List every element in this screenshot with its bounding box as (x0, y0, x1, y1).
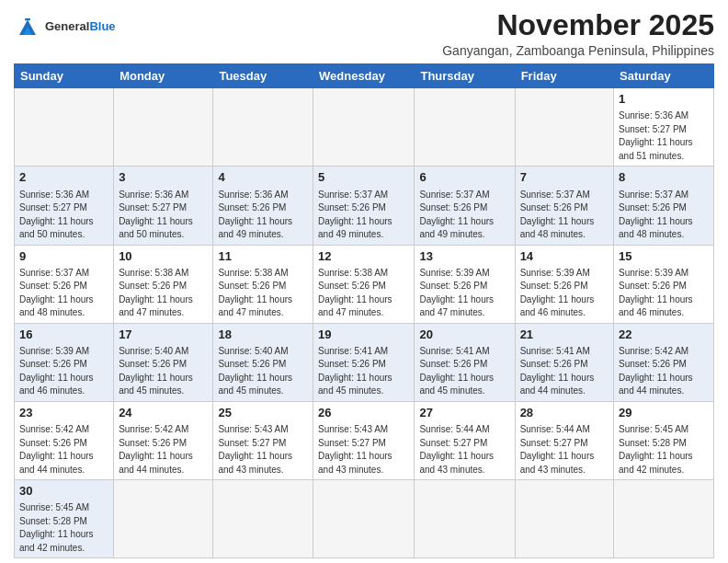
day-number: 18 (218, 327, 308, 343)
calendar-day-cell: 24Sunrise: 5:42 AMSunset: 5:26 PMDayligh… (114, 401, 213, 479)
calendar-day-cell: 22Sunrise: 5:42 AMSunset: 5:26 PMDayligh… (614, 323, 714, 401)
calendar-day-cell (213, 88, 313, 167)
logo-blue: Blue (89, 19, 115, 33)
calendar-day-cell: 26Sunrise: 5:43 AMSunset: 5:27 PMDayligh… (313, 401, 415, 479)
day-number: 1 (619, 91, 709, 108)
calendar-day-cell: 28Sunrise: 5:44 AMSunset: 5:27 PMDayligh… (515, 401, 613, 479)
day-number: 8 (619, 169, 709, 186)
day-number: 19 (318, 327, 409, 343)
day-info: Sunrise: 5:37 AMSunset: 5:26 PMDaylight:… (419, 189, 509, 242)
day-info: Sunrise: 5:38 AMSunset: 5:26 PMDaylight:… (318, 267, 409, 320)
day-number: 29 (619, 405, 709, 421)
calendar-day-cell: 5Sunrise: 5:37 AMSunset: 5:26 PMDaylight… (313, 167, 415, 245)
calendar-day-cell (614, 480, 714, 558)
day-number: 12 (318, 248, 409, 265)
calendar-day-cell: 7Sunrise: 5:37 AMSunset: 5:26 PMDaylight… (515, 167, 613, 245)
calendar-day-cell (415, 88, 515, 167)
calendar-day-cell: 8Sunrise: 5:37 AMSunset: 5:26 PMDaylight… (614, 167, 714, 245)
header: GeneralBlue November 2025 Ganyangan, Zam… (14, 9, 714, 58)
calendar-day-cell: 1Sunrise: 5:36 AMSunset: 5:27 PMDaylight… (614, 88, 714, 167)
calendar-day-cell: 11Sunrise: 5:38 AMSunset: 5:26 PMDayligh… (213, 245, 313, 323)
day-number: 28 (520, 405, 609, 421)
calendar-day-cell (515, 480, 613, 558)
day-info: Sunrise: 5:44 AMSunset: 5:27 PMDaylight:… (419, 423, 509, 477)
calendar-day-cell (515, 88, 613, 167)
calendar-day-cell: 21Sunrise: 5:41 AMSunset: 5:26 PMDayligh… (515, 323, 613, 401)
day-number: 27 (419, 405, 509, 421)
day-info: Sunrise: 5:37 AMSunset: 5:26 PMDaylight:… (619, 189, 709, 242)
calendar-day-cell: 10Sunrise: 5:38 AMSunset: 5:26 PMDayligh… (114, 245, 213, 323)
day-number: 14 (520, 248, 609, 265)
calendar-week-row: 9Sunrise: 5:37 AMSunset: 5:26 PMDaylight… (15, 245, 714, 323)
day-info: Sunrise: 5:41 AMSunset: 5:26 PMDaylight:… (318, 345, 409, 398)
calendar-day-cell: 6Sunrise: 5:37 AMSunset: 5:26 PMDaylight… (415, 167, 515, 245)
day-number: 2 (19, 169, 108, 186)
calendar-day-cell: 18Sunrise: 5:40 AMSunset: 5:26 PMDayligh… (213, 323, 313, 401)
calendar-day-cell (15, 88, 114, 167)
svg-rect-3 (25, 18, 30, 20)
calendar-day-cell: 15Sunrise: 5:39 AMSunset: 5:26 PMDayligh… (614, 245, 714, 323)
day-number: 23 (19, 405, 108, 421)
day-info: Sunrise: 5:40 AMSunset: 5:26 PMDaylight:… (218, 345, 308, 398)
day-info: Sunrise: 5:42 AMSunset: 5:26 PMDaylight:… (19, 423, 108, 477)
day-info: Sunrise: 5:43 AMSunset: 5:27 PMDaylight:… (218, 423, 308, 477)
day-number: 21 (520, 327, 609, 343)
day-info: Sunrise: 5:45 AMSunset: 5:28 PMDaylight:… (19, 501, 108, 555)
calendar-day-cell: 2Sunrise: 5:36 AMSunset: 5:27 PMDaylight… (15, 167, 114, 245)
day-info: Sunrise: 5:39 AMSunset: 5:26 PMDaylight:… (19, 345, 108, 398)
day-number: 15 (619, 248, 709, 265)
day-number: 13 (419, 248, 509, 265)
day-info: Sunrise: 5:39 AMSunset: 5:26 PMDaylight:… (520, 267, 609, 320)
day-info: Sunrise: 5:41 AMSunset: 5:26 PMDaylight:… (520, 345, 609, 398)
calendar-day-header: Sunday (15, 64, 114, 88)
calendar-day-cell (415, 480, 515, 558)
calendar-day-header: Friday (515, 64, 613, 88)
calendar-week-row: 30Sunrise: 5:45 AMSunset: 5:28 PMDayligh… (15, 480, 714, 558)
calendar-day-header: Monday (114, 64, 213, 88)
calendar-day-cell (114, 88, 213, 167)
day-number: 10 (119, 248, 208, 265)
location-subtitle: Ganyangan, Zamboanga Peninsula, Philippi… (442, 43, 714, 58)
calendar-day-cell: 25Sunrise: 5:43 AMSunset: 5:27 PMDayligh… (213, 401, 313, 479)
day-info: Sunrise: 5:38 AMSunset: 5:26 PMDaylight:… (218, 267, 308, 320)
page: GeneralBlue November 2025 Ganyangan, Zam… (0, 0, 728, 563)
day-info: Sunrise: 5:37 AMSunset: 5:26 PMDaylight:… (520, 189, 609, 242)
calendar-day-cell (213, 480, 313, 558)
day-info: Sunrise: 5:39 AMSunset: 5:26 PMDaylight:… (419, 267, 509, 320)
day-number: 5 (318, 169, 409, 186)
day-number: 20 (419, 327, 509, 343)
calendar-day-cell: 13Sunrise: 5:39 AMSunset: 5:26 PMDayligh… (415, 245, 515, 323)
calendar-week-row: 1Sunrise: 5:36 AMSunset: 5:27 PMDaylight… (15, 88, 714, 167)
day-number: 24 (119, 405, 208, 421)
day-info: Sunrise: 5:44 AMSunset: 5:27 PMDaylight:… (520, 423, 609, 477)
logo-text: GeneralBlue (45, 19, 116, 34)
day-number: 17 (119, 327, 208, 343)
title-block: November 2025 Ganyangan, Zamboanga Penin… (442, 9, 714, 58)
calendar-day-cell (313, 480, 415, 558)
calendar-day-header: Saturday (614, 64, 714, 88)
calendar-day-header: Tuesday (213, 64, 313, 88)
day-info: Sunrise: 5:39 AMSunset: 5:26 PMDaylight:… (619, 267, 709, 320)
day-info: Sunrise: 5:38 AMSunset: 5:26 PMDaylight:… (119, 267, 208, 320)
day-info: Sunrise: 5:45 AMSunset: 5:28 PMDaylight:… (619, 423, 709, 477)
calendar-day-cell: 16Sunrise: 5:39 AMSunset: 5:26 PMDayligh… (15, 323, 114, 401)
day-number: 11 (218, 248, 308, 265)
day-info: Sunrise: 5:36 AMSunset: 5:27 PMDaylight:… (19, 189, 108, 242)
day-info: Sunrise: 5:37 AMSunset: 5:26 PMDaylight:… (19, 267, 108, 320)
day-info: Sunrise: 5:41 AMSunset: 5:26 PMDaylight:… (419, 345, 509, 398)
calendar-day-cell: 23Sunrise: 5:42 AMSunset: 5:26 PMDayligh… (15, 401, 114, 479)
day-info: Sunrise: 5:42 AMSunset: 5:26 PMDaylight:… (119, 423, 208, 477)
day-number: 4 (218, 169, 308, 186)
calendar-day-cell: 27Sunrise: 5:44 AMSunset: 5:27 PMDayligh… (415, 401, 515, 479)
day-info: Sunrise: 5:37 AMSunset: 5:26 PMDaylight:… (318, 189, 409, 242)
day-number: 26 (318, 405, 409, 421)
day-number: 7 (520, 169, 609, 186)
day-info: Sunrise: 5:43 AMSunset: 5:27 PMDaylight:… (318, 423, 409, 477)
day-number: 30 (19, 483, 108, 500)
calendar-day-cell: 30Sunrise: 5:45 AMSunset: 5:28 PMDayligh… (15, 480, 114, 558)
calendar-day-cell: 9Sunrise: 5:37 AMSunset: 5:26 PMDaylight… (15, 245, 114, 323)
day-info: Sunrise: 5:40 AMSunset: 5:26 PMDaylight:… (119, 345, 208, 398)
day-number: 25 (218, 405, 308, 421)
calendar-day-cell: 12Sunrise: 5:38 AMSunset: 5:26 PMDayligh… (313, 245, 415, 323)
day-info: Sunrise: 5:36 AMSunset: 5:26 PMDaylight:… (218, 189, 308, 242)
